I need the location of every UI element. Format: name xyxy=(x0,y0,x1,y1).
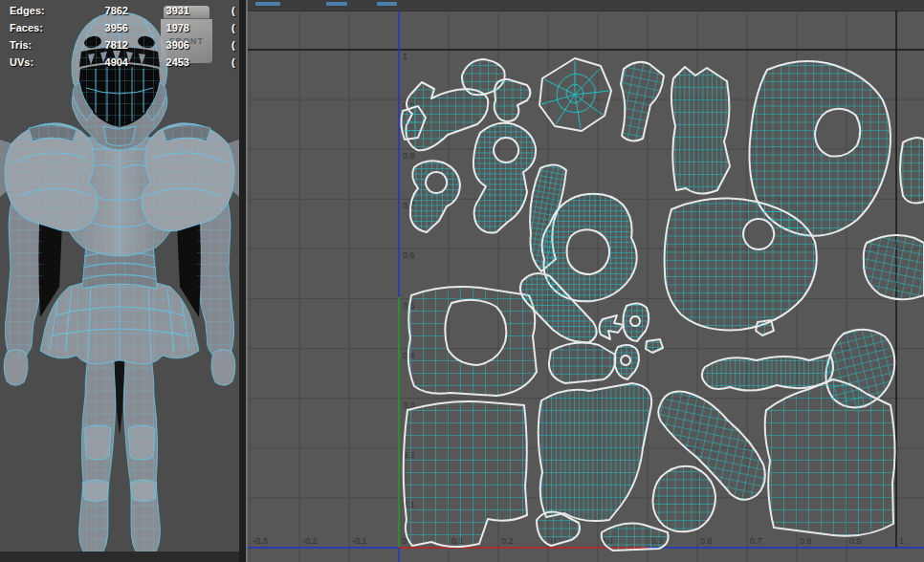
uv-island[interactable] xyxy=(495,79,531,121)
uv-island[interactable] xyxy=(671,67,730,194)
uv-island[interactable] xyxy=(765,379,895,536)
x-tick-label: 0.9 xyxy=(849,536,862,546)
x-tick-label: 0 xyxy=(402,536,407,546)
x-tick-label: 0.8 xyxy=(800,536,812,546)
x-tick-label: 0.2 xyxy=(501,536,514,546)
app-window: Edges: 7862 3931 ( Faces: 3956 1978 ( Tr… xyxy=(0,0,924,562)
uv-island[interactable] xyxy=(864,235,924,299)
uv-island[interactable] xyxy=(549,343,615,383)
uv-island-with-hole[interactable] xyxy=(665,198,817,330)
panel-divider[interactable] xyxy=(239,0,248,562)
uv-island[interactable] xyxy=(621,62,664,141)
uv-island[interactable] xyxy=(900,138,924,203)
uv-island-small[interactable] xyxy=(646,339,663,353)
hud-value: 4904 xyxy=(59,54,128,71)
knight-model[interactable] xyxy=(0,0,239,562)
uv-island-small[interactable] xyxy=(599,315,624,339)
hud-overflow: ( xyxy=(231,36,235,54)
uv-islands xyxy=(401,58,924,551)
uv-island-disc[interactable] xyxy=(539,58,611,131)
hud-value: 3956 xyxy=(59,19,128,36)
uv-island[interactable] xyxy=(539,383,651,521)
hud-overflow: ( xyxy=(231,54,235,71)
uv-island-with-hole[interactable] xyxy=(410,161,460,232)
y-tick-label: 0.8 xyxy=(403,151,415,161)
hud-label: Faces: xyxy=(10,19,59,36)
hud-row-edges: Edges: 7862 3931 ( xyxy=(10,2,239,19)
x-tick-label: 1 xyxy=(899,536,904,546)
x-tick-label: 0.7 xyxy=(750,536,762,546)
hud-overflow: ( xyxy=(231,19,235,36)
x-tick-label: -0.2 xyxy=(302,536,318,546)
hud-row-uvs: UVs: 4904 2453 ( xyxy=(10,54,239,71)
hud-overflow: ( xyxy=(231,2,235,19)
y-tick-label: 1 xyxy=(403,52,407,61)
hud-label: Tris: xyxy=(10,36,59,54)
uv-island[interactable] xyxy=(702,355,833,391)
hud-label: Edges: xyxy=(10,2,59,19)
x-tick-label: -0.1 xyxy=(352,536,367,546)
uv-island-with-hole[interactable] xyxy=(473,123,536,233)
uv-island-small-with-hole[interactable] xyxy=(623,303,649,341)
hud-value: 1978 xyxy=(128,19,189,36)
toolbar-icon-fragment[interactable] xyxy=(326,2,347,6)
uv-island-small[interactable] xyxy=(602,524,669,551)
x-tick-label: -0.3 xyxy=(253,536,268,546)
hud-value: 7812 xyxy=(59,36,128,54)
toolbar-icon-fragment[interactable] xyxy=(377,2,397,6)
uv-island[interactable] xyxy=(652,466,715,532)
uv-island-small[interactable] xyxy=(756,320,774,335)
uv-island-with-hole[interactable] xyxy=(408,287,537,396)
viewport-bottom-bar xyxy=(0,551,239,562)
poly-count-hud: Edges: 7862 3931 ( Faces: 3956 1978 ( Tr… xyxy=(10,2,239,71)
hud-value: 3906 xyxy=(128,36,189,54)
toolbar-icon-fragment[interactable] xyxy=(255,2,280,6)
uv-island[interactable] xyxy=(404,401,527,547)
uv-editor-canvas[interactable]: -0.3-0.2-0.100.10.20.30.40.50.60.70.80.9… xyxy=(248,11,924,562)
uv-editor-panel[interactable]: -0.3-0.2-0.100.10.20.30.40.50.60.70.80.9… xyxy=(248,0,924,562)
uv-island-small-with-hole[interactable] xyxy=(614,345,639,379)
x-tick-label: 0.6 xyxy=(700,536,713,546)
hud-value: 2453 xyxy=(128,54,189,71)
y-tick-label: 0.6 xyxy=(403,250,415,260)
hud-label: UVs: xyxy=(10,54,59,71)
hud-row-faces: Faces: 3956 1978 ( xyxy=(10,19,239,36)
viewport-3d[interactable]: Edges: 7862 3931 ( Faces: 3956 1978 ( Tr… xyxy=(0,0,239,562)
hud-row-tris: Tris: 7812 3906 ( xyxy=(10,36,239,54)
hud-value: 7862 xyxy=(59,2,128,19)
hud-value: 3931 xyxy=(128,2,189,19)
